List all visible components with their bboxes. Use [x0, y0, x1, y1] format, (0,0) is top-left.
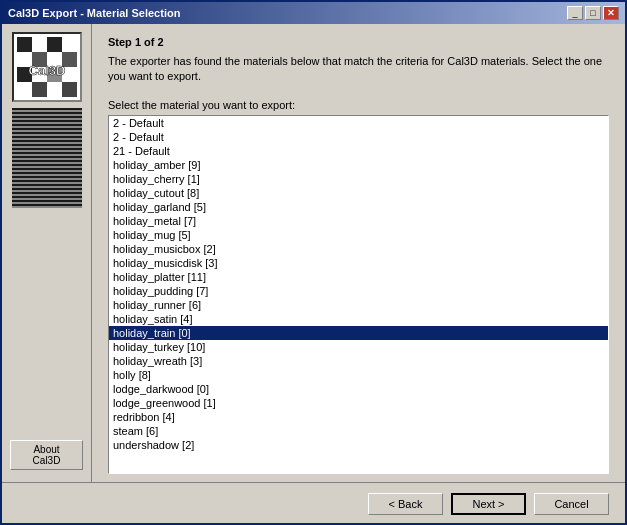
svg-rect-3	[47, 37, 62, 52]
list-item[interactable]: holiday_platter [11]	[109, 270, 608, 284]
description-text: The exporter has found the materials bel…	[108, 54, 609, 85]
select-label: Select the material you want to export:	[108, 99, 609, 111]
decorative-stripes	[12, 108, 82, 208]
list-item[interactable]: holiday_runner [6]	[109, 298, 608, 312]
logo-svg: Cal3D	[17, 37, 77, 97]
list-item[interactable]: 21 - Default	[109, 144, 608, 158]
svg-text:Cal3D: Cal3D	[28, 63, 65, 78]
main-window: Cal3D Export - Material Selection _ □ ✕	[0, 0, 627, 525]
list-item[interactable]: holiday_amber [9]	[109, 158, 608, 172]
list-item[interactable]: holiday_cutout [8]	[109, 186, 608, 200]
maximize-button[interactable]: □	[585, 6, 601, 20]
sidebar: Cal3D About Cal3D	[2, 24, 92, 482]
step-indicator: Step 1 of 2	[108, 36, 609, 48]
list-item[interactable]: 2 - Default	[109, 130, 608, 144]
cal3d-logo: Cal3D	[12, 32, 82, 102]
back-button[interactable]: < Back	[368, 493, 443, 515]
list-item[interactable]: holiday_pudding [7]	[109, 284, 608, 298]
list-item[interactable]: holiday_train [0]	[109, 326, 608, 340]
list-item[interactable]: holiday_metal [7]	[109, 214, 608, 228]
close-button[interactable]: ✕	[603, 6, 619, 20]
list-item[interactable]: lodge_greenwood [1]	[109, 396, 608, 410]
main-panel: Step 1 of 2 The exporter has found the m…	[92, 24, 625, 482]
list-item[interactable]: 2 - Default	[109, 116, 608, 130]
svg-rect-14	[32, 82, 47, 97]
svg-rect-1	[17, 37, 32, 52]
window-title: Cal3D Export - Material Selection	[8, 7, 180, 19]
material-list-container: 2 - Default2 - Default21 - Defaultholida…	[108, 115, 609, 474]
logo-area: Cal3D	[10, 32, 83, 208]
list-item[interactable]: steam [6]	[109, 424, 608, 438]
material-list[interactable]: 2 - Default2 - Default21 - Defaultholida…	[109, 116, 608, 473]
cancel-button[interactable]: Cancel	[534, 493, 609, 515]
list-item[interactable]: holiday_wreath [3]	[109, 354, 608, 368]
list-item[interactable]: redribbon [4]	[109, 410, 608, 424]
list-item[interactable]: holiday_musicdisk [3]	[109, 256, 608, 270]
list-item[interactable]: holiday_mug [5]	[109, 228, 608, 242]
svg-rect-13	[17, 82, 32, 97]
list-item[interactable]: holiday_musicbox [2]	[109, 242, 608, 256]
svg-rect-4	[62, 37, 77, 52]
list-item[interactable]: undershadow [2]	[109, 438, 608, 452]
list-item[interactable]: holiday_garland [5]	[109, 200, 608, 214]
list-item[interactable]: holiday_cherry [1]	[109, 172, 608, 186]
svg-rect-2	[32, 37, 47, 52]
next-button[interactable]: Next >	[451, 493, 526, 515]
svg-rect-15	[47, 82, 62, 97]
about-button[interactable]: About Cal3D	[10, 440, 83, 470]
dialog-content: Cal3D About Cal3D Step 1 of 2 The export…	[2, 24, 625, 482]
title-controls: _ □ ✕	[567, 6, 619, 20]
list-item[interactable]: holly [8]	[109, 368, 608, 382]
svg-rect-16	[62, 82, 77, 97]
title-bar: Cal3D Export - Material Selection _ □ ✕	[2, 2, 625, 24]
button-row: < Back Next > Cancel	[2, 482, 625, 523]
minimize-button[interactable]: _	[567, 6, 583, 20]
list-item[interactable]: holiday_turkey [10]	[109, 340, 608, 354]
list-item[interactable]: lodge_darkwood [0]	[109, 382, 608, 396]
sidebar-bottom: About Cal3D	[10, 208, 83, 474]
list-item[interactable]: holiday_satin [4]	[109, 312, 608, 326]
